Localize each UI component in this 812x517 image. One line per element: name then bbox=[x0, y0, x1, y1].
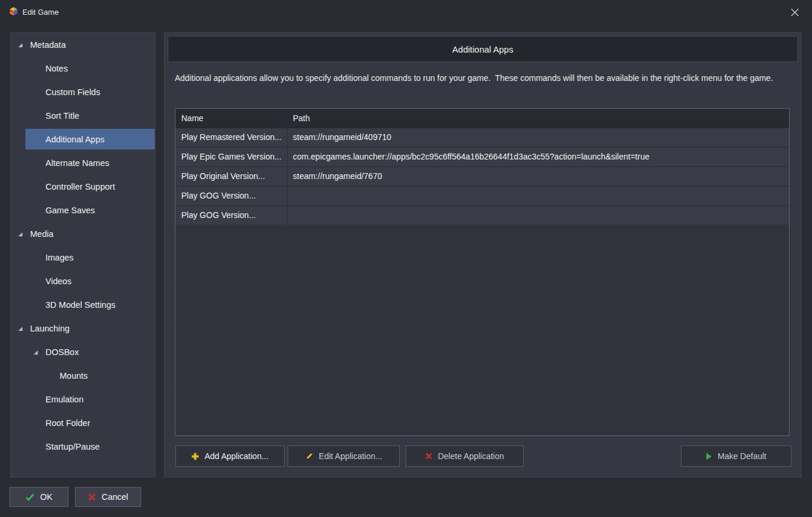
tree-expander-icon[interactable]: ◢ bbox=[18, 230, 22, 238]
sidebar-item-label: Mounts bbox=[60, 371, 88, 381]
cell-name: Play Remastered Version... bbox=[175, 128, 288, 147]
sidebar-item-label: Videos bbox=[45, 277, 71, 286]
panel-description: Additional applications allow you to spe… bbox=[175, 72, 791, 84]
settings-sidebar: ◢ Metadata ◢ Notes ◢ Custom Fields ◢ Sor… bbox=[11, 32, 155, 477]
ok-label: OK bbox=[40, 492, 53, 502]
table-row[interactable]: Play Epic Games Version... com.epicgames… bbox=[175, 148, 789, 167]
sidebar-item-dosbox[interactable]: ◢ DOSBox bbox=[11, 340, 155, 364]
panel-title: Additional Apps bbox=[168, 36, 798, 62]
tree-expander-icon[interactable]: ◢ bbox=[18, 324, 22, 333]
sidebar-item-label: DOSBox bbox=[45, 347, 79, 357]
sidebar-item-label: Additional Apps bbox=[45, 135, 105, 144]
delete-application-label: Delete Application bbox=[438, 451, 504, 461]
sidebar-item-label: Alternate Names bbox=[45, 158, 109, 168]
table-row[interactable]: Play Original Version... steam://rungame… bbox=[175, 167, 789, 187]
sidebar-item-game-saves[interactable]: ◢ Game Saves bbox=[11, 199, 155, 222]
column-header-name[interactable]: Name bbox=[175, 109, 288, 128]
launchbox-logo-icon bbox=[8, 6, 19, 17]
table-row[interactable]: Play GOG Version... bbox=[175, 187, 789, 206]
sidebar-item-label: Startup/Pause bbox=[45, 442, 100, 451]
add-application-button[interactable]: Add Application... bbox=[175, 446, 285, 467]
cell-name: Play GOG Version... bbox=[175, 187, 288, 205]
cell-path: steam://rungameid/409710 bbox=[288, 128, 789, 147]
sidebar-item-sort-title[interactable]: ◢ Sort Title bbox=[11, 104, 155, 128]
red-x-icon bbox=[425, 453, 432, 460]
sidebar-item-label: 3D Model Settings bbox=[45, 300, 115, 310]
cancel-button[interactable]: Cancel bbox=[75, 487, 141, 507]
sidebar-item-custom-fields[interactable]: ◢ Custom Fields bbox=[11, 80, 155, 104]
window-title: Edit Game bbox=[22, 0, 58, 25]
sidebar-item-controller-support[interactable]: ◢ Controller Support bbox=[11, 175, 155, 199]
title-bar: Edit Game bbox=[0, 0, 812, 25]
table-row[interactable]: Play Remastered Version... steam://runga… bbox=[175, 128, 789, 148]
sidebar-item-label: Root Folder bbox=[45, 418, 90, 428]
tree-expander-icon[interactable]: ◢ bbox=[18, 41, 22, 49]
sidebar-item-label: Custom Fields bbox=[45, 87, 100, 97]
sidebar-item-startup-pause[interactable]: ◢ Startup/Pause bbox=[11, 435, 155, 459]
sidebar-item-root-folder[interactable]: ◢ Root Folder bbox=[11, 411, 155, 435]
add-application-label: Add Application... bbox=[204, 451, 268, 461]
sidebar-item-mounts[interactable]: ◢ Mounts bbox=[11, 364, 155, 388]
sidebar-item-notes[interactable]: ◢ Notes bbox=[11, 57, 155, 80]
sidebar-item-media[interactable]: ◢ Media bbox=[11, 222, 155, 246]
additional-apps-table: Name Path Play Remastered Version... ste… bbox=[175, 108, 790, 436]
sidebar-item-label: Controller Support bbox=[45, 182, 115, 191]
sidebar-item-label: Sort Title bbox=[45, 111, 79, 121]
ok-button[interactable]: OK bbox=[9, 487, 69, 507]
make-default-label: Make Default bbox=[718, 451, 766, 461]
pencil-icon bbox=[305, 452, 314, 460]
red-x-icon bbox=[88, 493, 96, 501]
sidebar-item-3d-model-settings[interactable]: ◢ 3D Model Settings bbox=[11, 293, 155, 317]
green-play-icon bbox=[706, 453, 712, 460]
close-icon[interactable] bbox=[788, 6, 801, 19]
green-check-icon bbox=[25, 493, 34, 501]
edit-application-label: Edit Application... bbox=[319, 451, 382, 461]
cell-path: com.epicgames.launcher://apps/bc2c95c6ff… bbox=[288, 148, 789, 166]
sidebar-item-launching[interactable]: ◢ Launching bbox=[11, 317, 155, 340]
sidebar-item-label: Launching bbox=[30, 324, 70, 333]
sidebar-item-label: Emulation bbox=[45, 395, 83, 404]
sidebar-item-alternate-names[interactable]: ◢ Alternate Names bbox=[11, 151, 155, 175]
edit-application-button[interactable]: Edit Application... bbox=[288, 446, 400, 467]
sidebar-item-label: Images bbox=[45, 253, 74, 262]
sidebar-tree: ◢ Metadata ◢ Notes ◢ Custom Fields ◢ Sor… bbox=[11, 33, 155, 459]
sidebar-item-label: Media bbox=[30, 229, 54, 239]
additional-apps-panel: Additional Apps Additional applications … bbox=[164, 32, 801, 477]
delete-application-button[interactable]: Delete Application bbox=[406, 446, 524, 467]
sidebar-item-label: Game Saves bbox=[45, 206, 95, 215]
sidebar-item-images[interactable]: ◢ Images bbox=[11, 246, 155, 269]
cell-name: Play Epic Games Version... bbox=[175, 148, 288, 166]
sidebar-item-metadata[interactable]: ◢ Metadata bbox=[11, 33, 155, 57]
cell-name: Play Original Version... bbox=[175, 167, 288, 186]
sidebar-item-additional-apps[interactable]: ◢ Additional Apps bbox=[11, 128, 155, 151]
plus-icon bbox=[191, 453, 199, 460]
cell-path: steam://rungameid/7670 bbox=[288, 167, 789, 186]
table-header-row: Name Path bbox=[175, 109, 789, 128]
sidebar-item-label: Notes bbox=[45, 64, 68, 73]
make-default-button[interactable]: Make Default bbox=[681, 446, 791, 467]
cancel-label: Cancel bbox=[102, 492, 128, 502]
tree-expander-icon[interactable]: ◢ bbox=[34, 348, 38, 356]
cell-path bbox=[288, 187, 789, 205]
column-header-path[interactable]: Path bbox=[288, 109, 789, 128]
sidebar-item-emulation[interactable]: ◢ Emulation bbox=[11, 388, 155, 411]
cell-path bbox=[288, 206, 789, 225]
cell-name: Play GOG Version... bbox=[175, 206, 288, 225]
table-row[interactable]: Play GOG Version... bbox=[175, 206, 789, 226]
sidebar-item-label: Metadata bbox=[30, 40, 66, 50]
sidebar-item-videos[interactable]: ◢ Videos bbox=[11, 269, 155, 293]
